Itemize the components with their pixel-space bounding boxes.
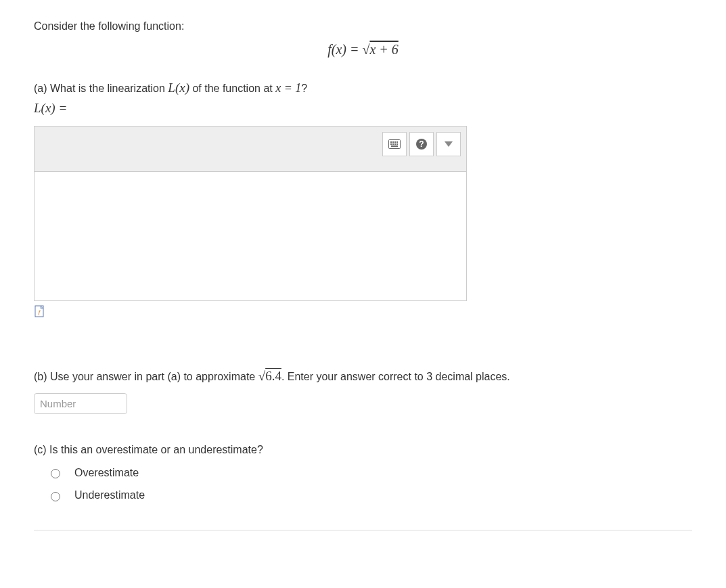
equation-editor: ? <box>34 126 467 301</box>
Lx-symbol: L(x) <box>168 81 189 95</box>
footer-divider <box>34 530 692 530</box>
Lx-equals: L(x) = <box>34 101 67 115</box>
function-formula: f(x) = √x + 6 <box>34 42 692 58</box>
svg-rect-9 <box>391 145 398 147</box>
dropdown-button[interactable] <box>436 132 461 156</box>
overestimate-label: Overestimate <box>74 464 139 482</box>
part-a-question: (a) What is the linearization L(x) of th… <box>34 78 692 119</box>
underestimate-label: Underestimate <box>74 487 145 504</box>
editor-input-area[interactable] <box>34 172 467 301</box>
document-icon: f <box>34 305 46 317</box>
part-a-middle: of the function at <box>189 83 275 94</box>
xeq-symbol: x = 1 <box>275 81 301 95</box>
svg-rect-4 <box>396 141 398 143</box>
overestimate-radio[interactable] <box>51 469 60 478</box>
svg-marker-12 <box>445 141 453 147</box>
part-b-prefix: (b) Use your answer in part (a) to appro… <box>34 371 258 382</box>
part-a-prefix: (a) What is the linearization <box>34 83 168 94</box>
part-a-suffix: ? <box>301 83 307 94</box>
formula-radicand: x + 6 <box>369 42 398 57</box>
keyboard-button[interactable] <box>382 132 407 156</box>
chevron-down-icon <box>445 141 453 147</box>
formula-lhs: f(x) = <box>327 42 362 57</box>
help-button[interactable]: ? <box>409 132 434 156</box>
intro-text: Consider the following function: <box>34 20 692 32</box>
part-c-question: (c) Is this an overestimate or an undere… <box>34 441 692 459</box>
svg-text:?: ? <box>419 139 424 149</box>
keyboard-icon <box>388 139 401 149</box>
svg-rect-2 <box>392 141 394 143</box>
help-icon: ? <box>415 138 428 150</box>
svg-rect-7 <box>394 143 396 145</box>
editor-toolbar: ? <box>34 126 467 172</box>
part-b-suffix: . Enter your answer correct to 3 decimal… <box>281 371 510 382</box>
approximation-input[interactable] <box>34 393 127 414</box>
svg-rect-6 <box>392 143 394 145</box>
radio-row-overestimate[interactable]: Overestimate <box>34 464 692 482</box>
part-b-question: (b) Use your answer in part (a) to appro… <box>34 366 692 386</box>
attachment-button[interactable]: f <box>34 305 46 317</box>
radio-row-underestimate[interactable]: Underestimate <box>34 487 692 504</box>
svg-rect-1 <box>390 141 392 143</box>
svg-rect-8 <box>396 143 398 145</box>
svg-rect-3 <box>394 141 396 143</box>
underestimate-radio[interactable] <box>51 492 60 501</box>
sqrt-approx-value: 6.4 <box>265 369 281 383</box>
svg-rect-5 <box>390 143 392 145</box>
